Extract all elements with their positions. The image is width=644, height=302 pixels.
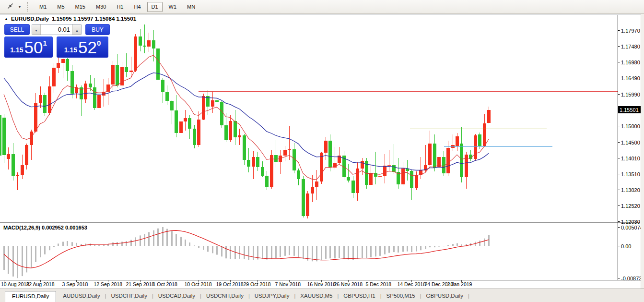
date-tick-label: 26 Nov 2018 bbox=[334, 281, 363, 287]
toolbar-grip[interactable] bbox=[27, 2, 29, 12]
date-tick-label: 12 Sep 2018 bbox=[94, 281, 123, 287]
tab-gbpusd-h1[interactable]: GBPUSD,H1 bbox=[339, 291, 380, 302]
mt4-window: ▾ M1M5M15M30H1H4D1W1MN 1.179701.174801.1… bbox=[0, 0, 644, 302]
date-tick-label: 5 Dec 2018 bbox=[366, 281, 392, 287]
date-tick-label: 14 Dec 2018 bbox=[398, 281, 426, 287]
date-tick-label: 19 Oct 2018 bbox=[216, 281, 244, 287]
volume-increase-button[interactable]: ▲ bbox=[72, 24, 81, 35]
timeframe-m30[interactable]: M30 bbox=[92, 2, 110, 12]
chart-shift-icon-button[interactable] bbox=[4, 1, 16, 12]
moving-averages-layer bbox=[4, 55, 489, 180]
date-tick-label: 2 Jan 2019 bbox=[447, 281, 472, 287]
price-tick-label: 1.14010 bbox=[621, 156, 640, 161]
timeframe-m1[interactable]: M1 bbox=[35, 2, 51, 12]
volume-decrease-button[interactable]: ▼ bbox=[32, 24, 41, 35]
date-tick-label: 21 Sep 2018 bbox=[126, 281, 155, 287]
date-tick-label: 16 Nov 2018 bbox=[307, 281, 336, 287]
tab-sp500-m15[interactable]: SP500,M15 bbox=[382, 291, 420, 302]
sell-price-sup: 1 bbox=[43, 39, 47, 47]
trade-panel-controls: SELL ▼ 0.01 ▲ BUY bbox=[4, 24, 110, 35]
timeframe-m15[interactable]: M15 bbox=[71, 2, 90, 12]
price-tick-label: 1.15990 bbox=[621, 92, 640, 97]
chart-tab-bar: EURUSD,DailyAUDUSD,Daily|USDCHF,Daily|US… bbox=[0, 289, 644, 302]
buy-price-sup: 0 bbox=[97, 39, 101, 47]
volume-value[interactable]: 0.01 bbox=[41, 24, 72, 35]
price-tick-label: 1.12030 bbox=[621, 219, 640, 225]
trade-panel: SELL ▼ 0.01 ▲ BUY 1.15501 1.15520 bbox=[4, 24, 110, 58]
timeframe-button-group: M1M5M15M30H1H4D1W1MN bbox=[34, 2, 200, 12]
price-tick-label: 1.13510 bbox=[621, 171, 640, 177]
horizontal-line-objects[interactable] bbox=[199, 92, 618, 147]
date-axis: 10 Aug 201822 Aug 20183 Sep 201812 Sep 2… bbox=[1, 280, 472, 288]
timeframe-d1[interactable]: D1 bbox=[147, 2, 163, 12]
chart-shift-icon bbox=[7, 2, 14, 11]
macd-indicator-label: MACD(12,26,9) 0.002952 0.001653 bbox=[3, 225, 87, 230]
price-tick-label: 1.17480 bbox=[621, 44, 640, 49]
date-tick-label: 3 Sep 2018 bbox=[62, 281, 88, 287]
sell-button[interactable]: SELL bbox=[4, 24, 30, 35]
sell-price-big: 50 bbox=[24, 39, 43, 55]
price-tick-label: 1.12520 bbox=[621, 203, 640, 209]
tab-gbpusd-daily[interactable]: GBPUSD,Daily bbox=[422, 291, 468, 302]
price-tick-label: 1.17970 bbox=[621, 28, 640, 34]
date-tick-label: 29 Oct 2018 bbox=[244, 281, 271, 287]
tab-usdcad-daily[interactable]: USDCAD,Daily bbox=[153, 291, 200, 302]
timeframe-mn[interactable]: MN bbox=[183, 2, 199, 12]
timeframe-w1[interactable]: W1 bbox=[164, 2, 181, 12]
macd-tick-label: 0.00 bbox=[621, 243, 631, 249]
macd-layer bbox=[3, 227, 490, 278]
chevron-down-icon: ▼ bbox=[35, 29, 38, 32]
macd-tick-label: -0.00873 bbox=[621, 276, 642, 281]
price-tick-label: 1.16490 bbox=[621, 75, 640, 81]
tab-usdjpy-daily[interactable]: USDJPY,Daily bbox=[250, 291, 294, 302]
tab-usdchf-daily[interactable]: USDCHF,Daily bbox=[106, 291, 152, 302]
volume-stepper: ▼ 0.01 ▲ bbox=[32, 24, 82, 35]
tab-separator: | bbox=[468, 293, 469, 302]
date-tick-label: 10 Aug 2018 bbox=[1, 281, 29, 287]
toolbar: ▾ M1M5M15M30H1H4D1W1MN bbox=[0, 0, 644, 14]
buy-price-prefix: 1.15 bbox=[64, 46, 77, 54]
toolbar-dropdown-caret[interactable]: ▾ bbox=[16, 1, 23, 12]
buy-price-tile[interactable]: 1.15520 bbox=[57, 36, 108, 58]
price-tick-label: 1.13020 bbox=[621, 187, 640, 193]
buy-button[interactable]: BUY bbox=[85, 24, 110, 35]
tab-eurusd-daily-active[interactable]: EURUSD,Daily bbox=[5, 291, 56, 302]
buy-price-big: 52 bbox=[78, 39, 97, 55]
chevron-up-icon: ▲ bbox=[75, 29, 79, 32]
macd-tick-label: 0.005074 bbox=[621, 225, 643, 230]
collapse-panel-icon[interactable]: ▲ bbox=[4, 17, 8, 21]
timeframe-m5[interactable]: M5 bbox=[53, 2, 69, 12]
date-tick-label: 1 Oct 2018 bbox=[153, 281, 178, 287]
tab-audusd-daily[interactable]: AUDUSD,Daily bbox=[58, 291, 105, 302]
timeframe-h4[interactable]: H4 bbox=[129, 2, 145, 12]
sell-price-tile[interactable]: 1.15501 bbox=[4, 36, 53, 58]
chart-ohlc-label: 1.15095 1.15597 1.15084 1.15501 bbox=[52, 16, 136, 22]
window-right-border bbox=[641, 14, 644, 289]
date-tick-label: 22 Aug 2018 bbox=[26, 281, 55, 287]
trade-panel-prices: 1.15501 1.15520 bbox=[4, 36, 110, 58]
chart-region[interactable]: 1.179701.174801.169801.164901.159901.150… bbox=[0, 14, 644, 289]
date-tick-label: 10 Oct 2018 bbox=[185, 281, 212, 287]
price-tick-label: 1.14500 bbox=[621, 140, 640, 145]
chevron-down-icon: ▾ bbox=[19, 5, 21, 9]
date-tick-label: 7 Nov 2018 bbox=[275, 281, 301, 287]
tab-usdcnh-daily[interactable]: USDCNH,Daily bbox=[201, 291, 248, 302]
current-price-badge-label: 1.15501 bbox=[620, 107, 639, 113]
chart-symbol-label: EURUSD,Daily bbox=[11, 16, 49, 22]
tab-xauusd-m5[interactable]: XAUUSD,M5 bbox=[295, 291, 337, 302]
price-tick-label: 1.16980 bbox=[621, 60, 640, 65]
sell-price-prefix: 1.15 bbox=[10, 46, 23, 54]
chart-title: ▲ EURUSD,Daily 1.15095 1.15597 1.15084 1… bbox=[4, 16, 136, 22]
timeframe-h1[interactable]: H1 bbox=[112, 2, 128, 12]
price-tick-label: 1.15000 bbox=[621, 123, 640, 129]
price-axis: 1.179701.174801.169801.164901.159901.150… bbox=[618, 15, 643, 281]
